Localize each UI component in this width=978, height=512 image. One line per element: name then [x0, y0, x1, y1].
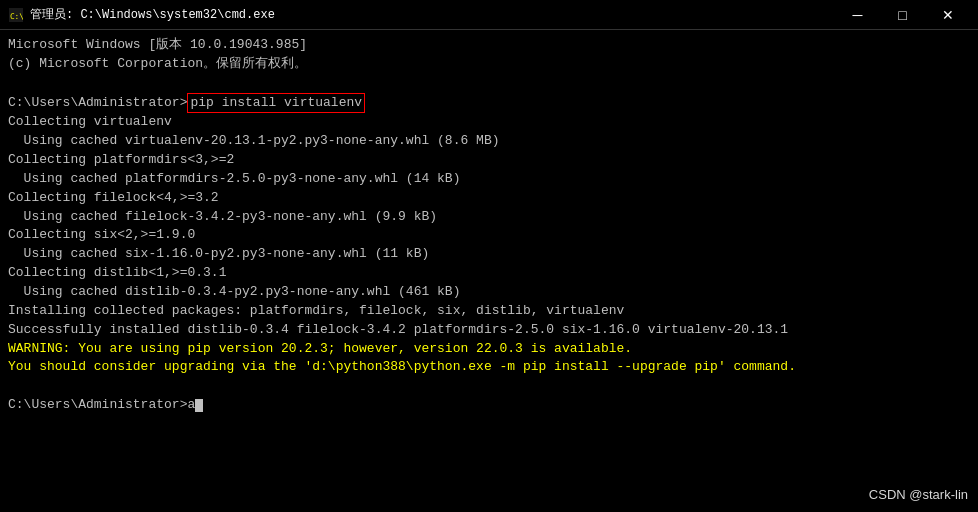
svg-text:C:\: C:\ [10, 11, 23, 20]
maximize-button[interactable]: □ [880, 0, 925, 30]
line-10: Using cached six-1.16.0-py2.py3-none-any… [8, 245, 970, 264]
terminal-body: Microsoft Windows [版本 10.0.19043.985] (c… [0, 30, 978, 512]
title-bar: C:\ 管理员: C:\Windows\system32\cmd.exe ─ □… [0, 0, 978, 30]
line-blank-1 [8, 74, 970, 93]
line-14: Successfully installed distlib-0.3.4 fil… [8, 321, 970, 340]
line-5: Collecting platformdirs<3,>=2 [8, 151, 970, 170]
cursor [195, 399, 203, 412]
line-8: Using cached filelock-3.4.2-py3-none-any… [8, 208, 970, 227]
minimize-button[interactable]: ─ [835, 0, 880, 30]
watermark: CSDN @stark-lin [869, 487, 968, 502]
window-title: 管理员: C:\Windows\system32\cmd.exe [30, 6, 275, 23]
line-blank-2 [8, 377, 970, 396]
line-7: Collecting filelock<4,>=3.2 [8, 189, 970, 208]
line-2: (c) Microsoft Corporation。保留所有权利。 [8, 55, 970, 74]
line-13: Installing collected packages: platformd… [8, 302, 970, 321]
line-9: Collecting six<2,>=1.9.0 [8, 226, 970, 245]
line-12: Using cached distlib-0.3.4-py2.py3-none-… [8, 283, 970, 302]
line-11: Collecting distlib<1,>=0.3.1 [8, 264, 970, 283]
title-bar-left: C:\ 管理员: C:\Windows\system32\cmd.exe [8, 6, 275, 23]
close-button[interactable]: ✕ [925, 0, 970, 30]
window-controls: ─ □ ✕ [835, 0, 970, 30]
line-1: Microsoft Windows [版本 10.0.19043.985] [8, 36, 970, 55]
prompt-1: C:\Users\Administrator> [8, 95, 187, 110]
line-warning-1: WARNING: You are using pip version 20.2.… [8, 340, 970, 359]
line-warning-2: You should consider upgrading via the 'd… [8, 358, 970, 377]
command-highlight: pip install virtualenv [187, 93, 365, 114]
line-3: Collecting virtualenv [8, 113, 970, 132]
line-6: Using cached platformdirs-2.5.0-py3-none… [8, 170, 970, 189]
prompt-2: C:\Users\Administrator>a [8, 397, 195, 412]
line-4: Using cached virtualenv-20.13.1-py2.py3-… [8, 132, 970, 151]
line-cmd: C:\Users\Administrator>pip install virtu… [8, 93, 970, 114]
line-prompt-cursor: C:\Users\Administrator>a [8, 396, 970, 415]
cmd-icon: C:\ [8, 7, 24, 23]
